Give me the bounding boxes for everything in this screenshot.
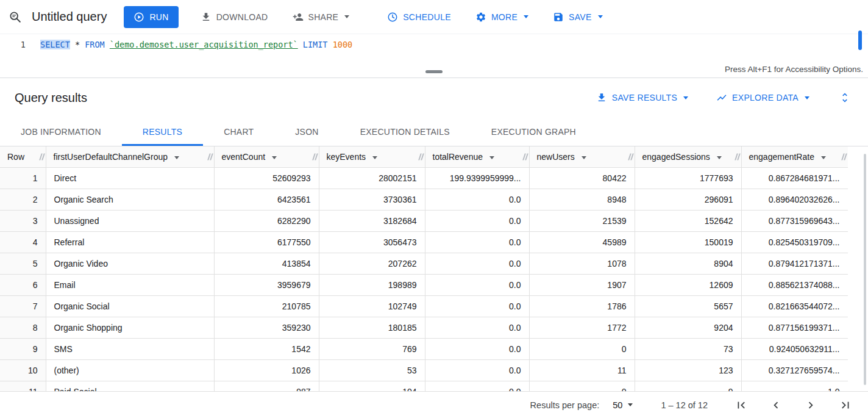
column-resize-handle[interactable] <box>841 153 847 160</box>
column-menu-icon[interactable] <box>821 156 826 159</box>
table-cell-eventCount: 359230 <box>214 317 319 338</box>
previous-page-button[interactable] <box>768 397 784 413</box>
table-cell-engagedSessions: 296091 <box>635 189 741 210</box>
explore-data-button[interactable]: EXPLORE DATA <box>716 92 809 103</box>
table-cell-newUsers: 0 <box>529 338 635 359</box>
tab-execution-details[interactable]: EXECUTION DETAILS <box>340 117 471 146</box>
table-cell-totalRevenue: 0.0 <box>425 317 529 338</box>
row-number-cell: 9 <box>0 338 46 359</box>
save-icon <box>553 12 564 23</box>
table-scrollbar[interactable] <box>848 146 868 391</box>
run-button[interactable]: RUN <box>124 6 178 28</box>
expand-results-button[interactable] <box>838 90 852 105</box>
table-cell-firstUserDefaultChannelGroup: (other) <box>46 359 214 381</box>
column-label: totalRevenue <box>433 152 483 162</box>
column-label: firstUserDefaultChannelGroup <box>54 152 168 162</box>
column-menu-icon[interactable] <box>717 156 722 159</box>
table-cell-engagementRate: 0.877315969643... <box>741 210 848 231</box>
table-row: 5Organic Video4138542072620.0107889040.8… <box>0 253 848 274</box>
results-panel: RowfirstUserDefaultChannelGroupeventCoun… <box>0 146 868 418</box>
column-menu-icon[interactable] <box>174 156 179 159</box>
table-cell-keyEvents: 53 <box>319 359 425 381</box>
row-number-cell: 2 <box>0 189 46 210</box>
download-label: DOWNLOAD <box>216 12 268 22</box>
sql-star: * <box>75 40 80 49</box>
sql-code[interactable]: SELECT * FROM `demo.demoset.user_acquisi… <box>40 38 352 51</box>
tab-json[interactable]: JSON <box>274 117 339 146</box>
sql-code-line: 1 SELECT * FROM `demo.demoset.user_acqui… <box>0 34 868 51</box>
row-number-cell: 10 <box>0 359 46 381</box>
chevron-down-icon <box>598 15 603 18</box>
schedule-button[interactable]: SCHEDULE <box>385 6 454 28</box>
column-menu-icon[interactable] <box>582 156 586 159</box>
results-per-page-label: Results per page: <box>530 400 600 410</box>
editor-scrollbar[interactable] <box>858 31 862 50</box>
column-label: engagedSessions <box>642 152 710 162</box>
column-resize-handle[interactable] <box>735 153 740 160</box>
column-resize-handle[interactable] <box>522 153 528 160</box>
sql-editor[interactable]: 1 SELECT * FROM `demo.demoset.user_acqui… <box>0 34 868 78</box>
table-row: 9SMS15427690.00730.924050632911... <box>0 338 848 359</box>
schedule-label: SCHEDULE <box>403 12 451 22</box>
table-cell-eventCount: 52609293 <box>214 167 319 189</box>
last-page-icon <box>839 398 852 412</box>
next-page-button[interactable] <box>803 397 819 413</box>
table-header-row: RowfirstUserDefaultChannelGroupeventCoun… <box>0 146 848 167</box>
column-menu-icon[interactable] <box>372 156 377 159</box>
column-header-firstUserDefaultChannelGroup: firstUserDefaultChannelGroup <box>46 146 214 167</box>
last-page-button[interactable] <box>838 397 853 413</box>
table-cell-newUsers: 1907 <box>529 274 635 295</box>
table-row: 6Email39596791989890.01907126090.8856213… <box>0 274 848 295</box>
share-label: SHARE <box>308 12 339 22</box>
column-header-totalRevenue: totalRevenue <box>425 146 529 167</box>
download-button[interactable]: DOWNLOAD <box>198 6 271 28</box>
table-cell-firstUserDefaultChannelGroup: Email <box>46 274 214 295</box>
tab-job-information[interactable]: JOB INFORMATION <box>0 117 122 146</box>
column-menu-icon[interactable] <box>489 156 494 159</box>
more-button[interactable]: MORE <box>473 6 531 28</box>
table-cell-engagementRate: 0.896402032626... <box>741 189 848 210</box>
tab-execution-graph[interactable]: EXECUTION GRAPH <box>471 117 597 146</box>
page-size-value: 50 <box>613 400 622 410</box>
table-cell-keyEvents: 198989 <box>319 274 425 295</box>
row-number-cell: 4 <box>0 231 46 253</box>
chevron-down-icon <box>344 15 349 18</box>
table-cell-firstUserDefaultChannelGroup: SMS <box>46 338 214 359</box>
tab-results[interactable]: RESULTS <box>122 117 203 146</box>
column-resize-handle[interactable] <box>418 153 424 160</box>
table-cell-firstUserDefaultChannelGroup: Organic Shopping <box>46 317 214 338</box>
query-title: Untitled query <box>32 10 107 24</box>
scrollbar-thumb[interactable] <box>864 154 866 385</box>
table-cell-firstUserDefaultChannelGroup: Organic Search <box>46 189 214 210</box>
table-row: 8Organic Shopping3592301801850.017729204… <box>0 317 848 338</box>
table-cell-totalRevenue: 0.0 <box>425 274 529 295</box>
column-header-row: Row <box>0 146 46 167</box>
first-page-button[interactable] <box>733 397 749 413</box>
column-resize-handle[interactable] <box>39 153 44 160</box>
table-row: 3Unassigned628229031826840.0215391526420… <box>0 210 848 231</box>
column-resize-handle[interactable] <box>207 153 213 160</box>
column-resize-handle[interactable] <box>312 153 318 160</box>
save-results-button[interactable]: SAVE RESULTS <box>596 92 688 103</box>
table-row: 1Direct5260929328002151199.9399959999...… <box>0 167 848 189</box>
page-size-select[interactable]: 50 <box>613 400 633 410</box>
table-cell-keyEvents: 3182684 <box>319 210 425 231</box>
column-menu-icon[interactable] <box>272 156 277 159</box>
table-cell-eventCount: 6282290 <box>214 210 319 231</box>
column-header-engagementRate: engagementRate <box>741 146 848 167</box>
column-resize-handle[interactable] <box>628 153 633 160</box>
column-label: eventCount <box>222 152 266 162</box>
save-results-label: SAVE RESULTS <box>612 93 677 103</box>
table-cell-engagedSessions: 73 <box>635 338 741 359</box>
tab-chart[interactable]: CHART <box>203 117 274 146</box>
save-button[interactable]: SAVE <box>550 6 605 28</box>
splitter-handle[interactable] <box>425 70 443 73</box>
table-cell-eventCount: 413854 <box>214 253 319 274</box>
gear-icon <box>475 12 486 23</box>
share-button[interactable]: SHARE <box>290 6 352 28</box>
sql-table-ref-link[interactable]: `demo.demoset.user_acquisition_report` <box>110 40 298 49</box>
save-label: SAVE <box>569 12 592 22</box>
results-title: Query results <box>15 91 87 105</box>
column-label: Row <box>7 152 24 162</box>
table-cell-newUsers: 11 <box>529 359 635 381</box>
